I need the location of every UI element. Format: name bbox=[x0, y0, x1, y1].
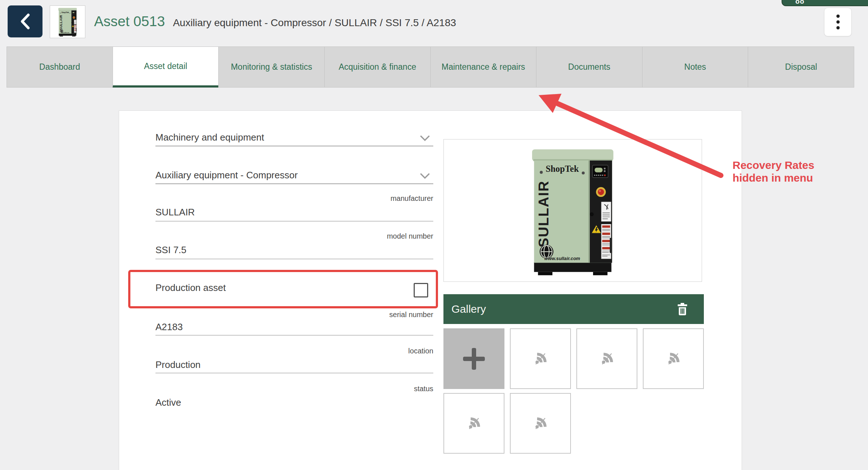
production-asset-checkbox[interactable] bbox=[414, 283, 428, 297]
image-unavailable-icon bbox=[665, 351, 681, 367]
gallery-header: Gallery bbox=[443, 294, 704, 324]
chevron-down-icon[interactable] bbox=[419, 135, 430, 141]
model-number-label: model number bbox=[155, 232, 433, 240]
manufacturer-field[interactable]: SULLAIR bbox=[155, 207, 433, 218]
gallery-title: Gallery bbox=[451, 303, 486, 315]
tab-dashboard[interactable]: Dashboard bbox=[7, 46, 113, 88]
tab-disposal[interactable]: Disposal bbox=[748, 46, 854, 88]
field-underline bbox=[155, 221, 433, 222]
kebab-dot bbox=[836, 20, 840, 24]
image-unavailable-icon bbox=[532, 416, 548, 431]
model-number-field[interactable]: SSI 7.5 bbox=[155, 244, 433, 256]
tab-acquisition-finance[interactable]: Acquisition & finance bbox=[324, 46, 431, 88]
top-overflow-pill[interactable]: oo bbox=[782, 0, 868, 6]
annotation-line-2: hidden in menu bbox=[733, 171, 814, 184]
field-underline bbox=[155, 373, 433, 373]
field-underline bbox=[155, 259, 433, 259]
header-title-row: Asset 0513 Auxiliary equipment - Compres… bbox=[94, 0, 456, 43]
gallery-empty-tile[interactable] bbox=[510, 328, 571, 389]
kebab-dot bbox=[836, 15, 840, 18]
gallery-empty-tile[interactable] bbox=[576, 328, 637, 389]
manufacturer-label: manufacturer bbox=[155, 194, 433, 203]
asset-thumbnail-image bbox=[54, 7, 81, 37]
serial-number-label: serial number bbox=[155, 311, 433, 319]
tab-monitoring-statistics[interactable]: Monitoring & statistics bbox=[218, 46, 325, 88]
image-unavailable-icon bbox=[599, 351, 615, 367]
serial-number-field[interactable]: A2183 bbox=[155, 321, 433, 333]
image-unavailable-icon bbox=[532, 351, 548, 367]
top-overflow-pill-label: oo bbox=[795, 0, 804, 5]
category-select-value[interactable]: Machinery and equipment bbox=[155, 132, 433, 143]
annotation-line-1: Recovery Rates bbox=[733, 159, 814, 171]
gallery-grid bbox=[443, 328, 704, 454]
status-label: status bbox=[155, 385, 433, 393]
trash-icon[interactable] bbox=[677, 303, 688, 315]
annotation-text: Recovery Rates hidden in menu bbox=[733, 159, 814, 184]
plus-icon bbox=[463, 348, 485, 370]
field-underline bbox=[155, 335, 433, 336]
subcategory-select-value[interactable]: Auxiliary equipment - Compressor bbox=[155, 170, 433, 181]
chevron-down-icon[interactable] bbox=[419, 173, 430, 179]
field-underline bbox=[155, 183, 433, 184]
compressor-photo bbox=[513, 143, 633, 278]
field-underline bbox=[155, 146, 433, 146]
location-field[interactable]: Production bbox=[155, 359, 433, 370]
production-asset-label: Production asset bbox=[155, 282, 433, 293]
page-title: Asset 0513 bbox=[94, 13, 165, 29]
gallery-empty-tile[interactable] bbox=[643, 328, 704, 389]
chevron-left-icon bbox=[17, 12, 33, 31]
tab-maintenance-repairs[interactable]: Maintenance & repairs bbox=[430, 46, 537, 88]
tab-asset-detail[interactable]: Asset detail bbox=[113, 46, 219, 88]
tab-documents[interactable]: Documents bbox=[536, 46, 642, 88]
gallery-empty-tile[interactable] bbox=[510, 393, 571, 454]
asset-detail-card: Machinery and equipment Auxiliary equipm… bbox=[119, 110, 742, 470]
product-image bbox=[443, 139, 702, 282]
asset-thumbnail[interactable] bbox=[50, 5, 85, 38]
gallery-add-tile[interactable] bbox=[443, 328, 504, 389]
image-unavailable-icon bbox=[466, 416, 482, 431]
location-label: location bbox=[155, 347, 433, 355]
back-button[interactable] bbox=[8, 5, 42, 37]
tab-notes[interactable]: Notes bbox=[642, 46, 749, 88]
tab-bar: DashboardAsset detailMonitoring & statis… bbox=[7, 46, 854, 88]
more-options-button[interactable] bbox=[824, 8, 852, 36]
gallery-empty-tile[interactable] bbox=[443, 393, 504, 454]
page-subtitle: Auxiliary equipment - Compressor / SULLA… bbox=[173, 17, 456, 29]
status-field[interactable]: Active bbox=[155, 397, 433, 408]
kebab-dot bbox=[836, 26, 840, 29]
app-root: oo Asset 0513 Auxiliary equipment - Comp… bbox=[0, 0, 868, 470]
